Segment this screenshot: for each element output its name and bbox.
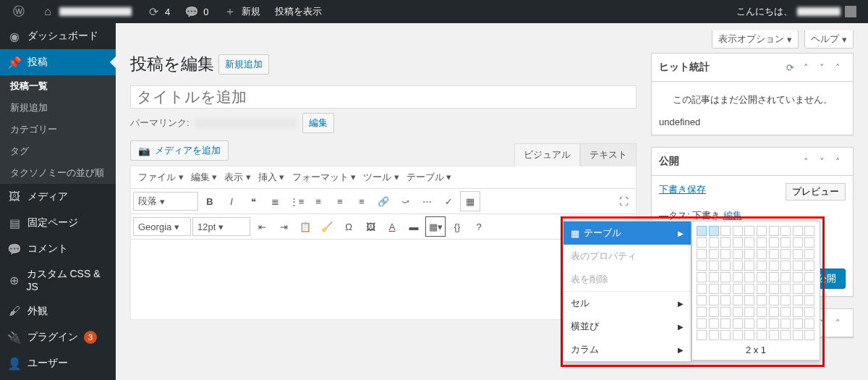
grid-cell[interactable] bbox=[804, 330, 814, 340]
menu-file[interactable]: ファイル ▾ bbox=[135, 169, 187, 185]
grid-cell[interactable] bbox=[697, 307, 707, 317]
bullet-list-button[interactable]: ≣ bbox=[265, 191, 285, 211]
new-content[interactable]: ＋新規 bbox=[217, 4, 266, 19]
toggle-icon[interactable]: ˄ bbox=[830, 315, 846, 331]
sidebar-dashboard[interactable]: ◉ダッシュボード bbox=[0, 23, 116, 49]
add-media-button[interactable]: 📷メディアを追加 bbox=[130, 140, 229, 161]
move-up-icon[interactable]: ˄ bbox=[798, 59, 814, 75]
save-draft-link[interactable]: 下書き保存 bbox=[659, 183, 706, 200]
grid-cell[interactable] bbox=[733, 295, 743, 305]
grid-cell[interactable] bbox=[793, 249, 803, 259]
font-family-select[interactable]: Georgia▾ bbox=[133, 217, 191, 236]
grid-cell[interactable] bbox=[804, 237, 814, 248]
grid-cell[interactable] bbox=[757, 237, 767, 248]
grid-cell[interactable] bbox=[757, 272, 767, 282]
move-down-icon[interactable]: ˅ bbox=[814, 153, 830, 169]
submenu-column[interactable]: カラム▶ bbox=[563, 338, 691, 361]
grid-cell[interactable] bbox=[757, 226, 767, 236]
grid-cell[interactable] bbox=[720, 284, 731, 294]
more-button[interactable]: ⋯ bbox=[417, 191, 437, 211]
grid-cell[interactable] bbox=[769, 295, 779, 305]
menu-view[interactable]: 表示 ▾ bbox=[221, 169, 254, 185]
grid-cell[interactable] bbox=[793, 237, 803, 248]
grid-cell[interactable] bbox=[733, 272, 743, 282]
grid-cell[interactable] bbox=[720, 307, 731, 317]
grid-cell[interactable] bbox=[780, 284, 791, 294]
grid-cell[interactable] bbox=[709, 226, 719, 236]
preview-button[interactable]: プレビュー bbox=[786, 183, 846, 200]
align-center-button[interactable]: ≡ bbox=[330, 191, 350, 211]
grid-cell[interactable] bbox=[720, 237, 731, 248]
grid-cell[interactable] bbox=[733, 249, 743, 259]
blockquote-button[interactable]: ❝ bbox=[243, 191, 263, 211]
toggle-icon[interactable]: ˄ bbox=[830, 153, 846, 169]
sidebar-appearance[interactable]: 🖌外観 bbox=[0, 298, 116, 324]
grid-cell[interactable] bbox=[793, 295, 803, 305]
grid-cell[interactable] bbox=[744, 272, 754, 282]
grid-cell[interactable] bbox=[757, 307, 767, 317]
grid-cell[interactable] bbox=[697, 226, 707, 236]
grid-cell[interactable] bbox=[804, 284, 814, 294]
grid-cell[interactable] bbox=[780, 249, 791, 259]
grid-cell[interactable] bbox=[793, 261, 803, 271]
grid-cell[interactable] bbox=[709, 272, 719, 282]
number-list-button[interactable]: ⋮≡ bbox=[286, 191, 307, 211]
grid-cell[interactable] bbox=[744, 284, 754, 294]
grid-cell[interactable] bbox=[744, 237, 754, 248]
grid-cell[interactable] bbox=[769, 226, 779, 236]
grid-cell[interactable] bbox=[793, 284, 803, 294]
grid-cell[interactable] bbox=[804, 261, 814, 271]
grid-cell[interactable] bbox=[757, 284, 767, 294]
grid-cell[interactable] bbox=[720, 295, 731, 305]
grid-cell[interactable] bbox=[804, 318, 814, 329]
sidebar-comments[interactable]: 💬コメント bbox=[0, 236, 116, 262]
grid-cell[interactable] bbox=[720, 226, 731, 236]
sidebar-tools[interactable]: 🔧ツール bbox=[0, 376, 116, 380]
grid-cell[interactable] bbox=[744, 307, 754, 317]
grid-cell[interactable] bbox=[780, 307, 791, 317]
move-down-icon[interactable]: ˅ bbox=[814, 59, 830, 75]
grid-cell[interactable] bbox=[757, 330, 767, 340]
code-button[interactable]: {} bbox=[447, 216, 467, 237]
grid-cell[interactable] bbox=[793, 318, 803, 329]
sidebar-posts-all[interactable]: 投稿一覧 bbox=[0, 75, 116, 97]
grid-cell[interactable] bbox=[720, 261, 731, 271]
grid-cell[interactable] bbox=[709, 295, 719, 305]
special-char-button[interactable]: Ω bbox=[339, 216, 359, 237]
greeting[interactable]: こんにちは、 bbox=[731, 5, 862, 18]
grid-cell[interactable] bbox=[697, 249, 707, 259]
grid-cell[interactable] bbox=[769, 272, 779, 282]
sidebar-posts-new[interactable]: 新規追加 bbox=[0, 97, 116, 119]
grid-cell[interactable] bbox=[697, 272, 707, 282]
screen-options-toggle[interactable]: 表示オプション▾ bbox=[712, 30, 799, 48]
grid-cell[interactable] bbox=[697, 237, 707, 248]
grid-cell[interactable] bbox=[720, 330, 731, 340]
grid-cell[interactable] bbox=[709, 261, 719, 271]
grid-cell[interactable] bbox=[733, 284, 743, 294]
grid-cell[interactable] bbox=[733, 237, 743, 248]
toggle-icon[interactable]: ˄ bbox=[830, 59, 846, 75]
table-grid-picker[interactable]: 2 x 1 bbox=[692, 221, 820, 360]
editor-canvas[interactable] bbox=[131, 240, 636, 319]
format-select[interactable]: 段落▾ bbox=[133, 192, 198, 211]
grid-cell[interactable] bbox=[744, 330, 754, 340]
grid-cell[interactable] bbox=[793, 272, 803, 282]
grid-cell[interactable] bbox=[793, 307, 803, 317]
add-new-button[interactable]: 新規追加 bbox=[218, 54, 269, 75]
grid-cell[interactable] bbox=[780, 226, 791, 236]
indent-button[interactable]: ⇥ bbox=[273, 216, 294, 237]
link-button[interactable]: 🔗 bbox=[373, 191, 393, 211]
sidebar-tags[interactable]: タグ bbox=[0, 140, 116, 162]
italic-button[interactable]: I bbox=[221, 191, 242, 211]
submenu-props[interactable]: 表のプロパティ bbox=[563, 245, 691, 268]
fullscreen-button[interactable]: ⛶ bbox=[613, 191, 634, 211]
bold-button[interactable]: B bbox=[200, 191, 220, 211]
post-title-input[interactable] bbox=[130, 85, 637, 109]
grid-cell[interactable] bbox=[744, 249, 754, 259]
view-post[interactable]: 投稿を表示 bbox=[269, 5, 328, 18]
submenu-row[interactable]: 横並び▶ bbox=[563, 315, 691, 338]
sidebar-posts[interactable]: 📌投稿 bbox=[0, 49, 116, 75]
grid-cell[interactable] bbox=[733, 330, 743, 340]
sidebar-plugins[interactable]: 🔌プラグイン3 bbox=[0, 324, 116, 350]
submenu-cell[interactable]: セル▶ bbox=[563, 292, 691, 315]
